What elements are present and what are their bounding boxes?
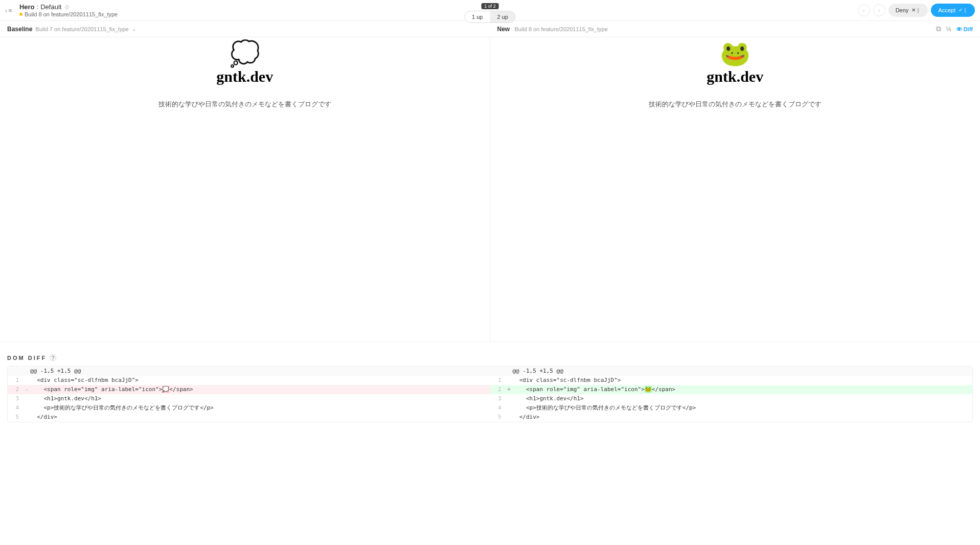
chevron-right-icon: › — [878, 8, 880, 13]
deny-label: Deny — [896, 7, 909, 13]
title-block: Hero : Default ⊘ Build 8 on feature/2020… — [19, 3, 118, 17]
diff-hunk-header: @@ -1,5 +1,5 @@ — [8, 367, 490, 376]
accept-button[interactable]: Accept ✓｜ — [931, 4, 975, 17]
canvas-area: 💭 gntk.dev 技術的な学びや日常の気付きのメモなどを書くブログです 🐸 … — [0, 37, 980, 342]
new-hero-title: gntk.dev — [706, 68, 763, 85]
diff-line: 3 <h1>gntk.dev</h1> — [8, 394, 490, 403]
diff-label: Diff — [964, 26, 973, 32]
title-separator: : — [37, 3, 39, 11]
baseline-label: Baseline — [7, 26, 32, 33]
diff-line: 4 <p>技術的な学びや日常の気付きのメモなどを書くブログです</p> — [8, 403, 490, 413]
right-controls: ‹ › Deny ✕｜ Accept ✓｜ — [858, 4, 975, 17]
diff-left-column: @@ -1,5 +1,5 @@1 <div class="sc-dlfnbm b… — [8, 367, 490, 422]
diff-line: 2+ <span role="img" aria-label="icon">🐸<… — [490, 385, 973, 394]
chevron-left-icon: ‹ — [863, 8, 864, 13]
list-icon: ≡ — [8, 7, 12, 14]
dom-diff-section: DOM DIFF ? @@ -1,5 +1,5 @@1 <div class="… — [0, 342, 980, 426]
baseline-hero-icon: 💭 — [230, 41, 260, 66]
new-hero-icon: 🐸 — [720, 41, 750, 66]
prev-button[interactable]: ‹ — [858, 4, 870, 16]
copy-icon[interactable]: ⧉ — [936, 25, 941, 33]
diff-line: 5 </div> — [490, 413, 973, 422]
view-2up-button[interactable]: 2 up — [490, 11, 515, 22]
baseline-build: Build 7 on feature/20201115_fix_type — [35, 26, 128, 32]
diff-line: 4 <p>技術的な学びや日常の気付きのメモなどを書くブログです</p> — [490, 403, 973, 413]
baseline-hero-title: gntk.dev — [216, 68, 273, 85]
accept-label: Accept — [938, 7, 955, 13]
deny-button[interactable]: Deny ✕｜ — [888, 4, 928, 17]
diff-hunk-header: @@ -1,5 +1,5 @@ — [490, 367, 973, 376]
status-dot-icon — [19, 13, 22, 16]
baseline-hero-desc: 技術的な学びや日常の気付きのメモなどを書くブログです — [158, 100, 331, 109]
diff-line: 3 <h1>gntk.dev</h1> — [490, 394, 973, 403]
baseline-snapshot: 💭 gntk.dev 技術的な学びや日常の気付きのメモなどを書くブログです — [0, 37, 490, 342]
dom-diff-heading: DOM DIFF ? — [7, 354, 973, 361]
top-header: ‹ ≡ Hero : Default ⊘ Build 8 on feature/… — [0, 0, 980, 20]
ignore-icon[interactable]: ¼ — [946, 26, 951, 33]
new-hero-desc: 技術的な学びや日常の気付きのメモなどを書くブログです — [649, 100, 822, 109]
eye-icon: 👁 — [956, 26, 962, 32]
view-1up-button[interactable]: 1 up — [465, 11, 490, 22]
build-subtitle: Build 8 on feature/20201115_fix_type — [25, 11, 118, 17]
help-icon[interactable]: ? — [50, 354, 56, 361]
new-label: New — [497, 26, 510, 33]
close-icon: ✕｜ — [911, 7, 921, 14]
page-counter: 1 of 2 — [481, 3, 499, 9]
diff-line: 1 <div class="sc-dlfnbm bcaJjD"> — [8, 376, 490, 385]
next-button[interactable]: › — [873, 4, 885, 16]
diff-toggle[interactable]: 👁 Diff — [956, 26, 973, 32]
new-header: New Build 8 on feature/20201115_fix_type… — [490, 25, 981, 33]
chevron-down-icon[interactable]: ⌄ — [132, 26, 136, 32]
view-toggle: 1 up 2 up — [464, 11, 516, 23]
chevron-left-icon: ‹ — [5, 7, 7, 14]
new-build: Build 8 on feature/20201115_fix_type — [515, 26, 608, 32]
snapshot-tools: ⧉ ¼ 👁 Diff — [936, 25, 973, 33]
new-snapshot: 🐸 gntk.dev 技術的な学びや日常の気付きのメモなどを書くブログです — [490, 37, 981, 342]
diff-line: 2- <span role="img" aria-label="icon">💭<… — [8, 385, 490, 394]
status-icon: ⊘ — [64, 4, 70, 11]
center-controls: 1 of 2 1 up 2 up — [464, 3, 516, 23]
check-icon: ✓｜ — [959, 7, 968, 14]
component-name: Hero — [19, 3, 35, 11]
variant-name: Default — [40, 3, 61, 11]
diff-line: 5 </div> — [8, 413, 490, 422]
diff-grid: @@ -1,5 +1,5 @@1 <div class="sc-dlfnbm b… — [7, 366, 973, 422]
baseline-header: Baseline Build 7 on feature/20201115_fix… — [0, 26, 490, 33]
back-button[interactable]: ‹ ≡ — [5, 7, 12, 14]
diff-right-column: @@ -1,5 +1,5 @@1 <div class="sc-dlfnbm b… — [490, 367, 973, 422]
diff-line: 1 <div class="sc-dlfnbm bcaJjD"> — [490, 376, 973, 385]
dom-diff-title: DOM DIFF — [7, 355, 47, 361]
